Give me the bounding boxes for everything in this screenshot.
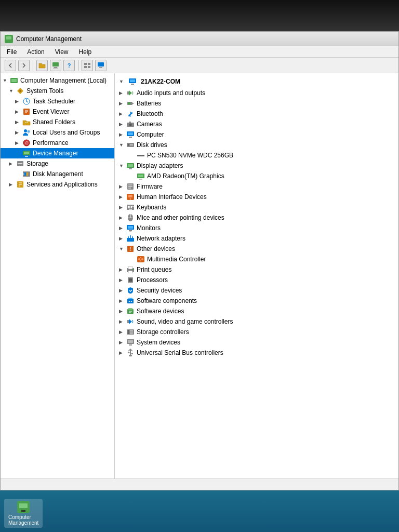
svg-rect-99: [128, 298, 132, 299]
device-item-software-components[interactable]: ▶Software components: [115, 296, 398, 306]
tree-task-scheduler[interactable]: ▶ Task Scheduler: [1, 96, 114, 107]
taskbar-icon: [17, 501, 30, 513]
svg-rect-74: [129, 231, 131, 232]
taskbar-computer-management[interactable]: ComputerManagement: [4, 499, 43, 528]
toolbar-separator-2: [78, 60, 78, 71]
device-item-storage-controllers[interactable]: ▶Storage controllers: [115, 327, 398, 337]
tree-device-manager[interactable]: Device Manager: [1, 148, 114, 158]
menu-view[interactable]: View: [53, 48, 71, 56]
device-item-hid[interactable]: ▶Human Interface Devices: [115, 192, 398, 202]
svg-text:∅: ∅: [25, 141, 29, 145]
device-item-batteries[interactable]: ▶Batteries: [115, 98, 398, 109]
view-button[interactable]: [82, 60, 93, 71]
device-item-cameras[interactable]: ▶Cameras: [115, 119, 398, 129]
audio-expand-icon: ▶: [119, 90, 126, 96]
device-item-processors[interactable]: ▶Processors: [115, 275, 398, 285]
device-item-other-devices[interactable]: ▼!Other devices: [115, 244, 398, 254]
device-item-firmware[interactable]: ▶Firmware: [115, 181, 398, 192]
tree-root[interactable]: ▼ Computer Management (Local): [1, 75, 114, 86]
tree-shared-folders[interactable]: ▶ Shared Folders: [1, 117, 114, 127]
device-item-amd-radeon[interactable]: AMD Radeon(TM) Graphics: [115, 171, 398, 181]
tree-local-users[interactable]: ▶ Local Users and Groups: [1, 127, 114, 138]
device-item-security-devices[interactable]: ▶Security devices: [115, 285, 398, 296]
svg-rect-35: [131, 84, 134, 85]
menu-action[interactable]: Action: [25, 48, 46, 56]
computer-name: 21AK22-COM: [141, 78, 180, 85]
computer-expand-icon: ▶: [119, 132, 126, 137]
computer-header: ▼ 21AK22-COM: [115, 75, 398, 88]
tree-disk-management[interactable]: Disk Management: [1, 169, 114, 179]
monitor-button[interactable]: [95, 60, 107, 71]
tree-performance[interactable]: ▶ ∅ Performance: [1, 138, 114, 148]
svg-rect-72: [128, 226, 133, 229]
forward-button[interactable]: [18, 60, 30, 71]
services-expand: ▶: [9, 182, 16, 187]
svg-rect-68: [129, 209, 132, 210]
app-icon: [5, 35, 13, 43]
svg-point-83: [141, 258, 143, 260]
device-list: ▶Audio inputs and outputs▶Batteries▶Blue…: [115, 88, 398, 358]
tree-services[interactable]: ▶ Services and Applications: [1, 179, 114, 190]
device-item-print-queues[interactable]: ▶Print queues: [115, 264, 398, 275]
performance-icon: ∅: [22, 139, 31, 147]
window-title: Computer Management: [16, 35, 82, 43]
svg-rect-45: [129, 137, 132, 138]
help-button[interactable]: ?: [63, 60, 75, 71]
tree-event-viewer[interactable]: ▶ Event Viewer: [1, 107, 114, 117]
root-label: Computer Management (Local): [20, 77, 107, 84]
device-item-display-adapters[interactable]: ▼Display adapters: [115, 161, 398, 171]
device-item-disk-drives[interactable]: ▼Disk drives: [115, 140, 398, 150]
title-bar: Computer Management: [1, 32, 398, 46]
taskbar: ComputerManagement: [0, 490, 399, 532]
software-components-label: Software components: [137, 297, 197, 304]
menu-file[interactable]: File: [5, 48, 19, 56]
disk-drives-label: Disk drives: [137, 141, 167, 149]
svg-rect-101: [128, 308, 132, 310]
system-tools-label: System Tools: [26, 87, 63, 95]
other-devices-expand-icon: ▼: [119, 246, 126, 251]
left-panel: ▼ Computer Management (Local) ▼ System T…: [1, 73, 115, 478]
toolbar: ?: [1, 58, 398, 73]
svg-rect-48: [130, 144, 133, 145]
event-viewer-expand: ▶: [15, 109, 22, 114]
svg-rect-2: [7, 41, 10, 42]
performance-label: Performance: [33, 139, 69, 147]
device-item-usb-controllers[interactable]: ▶Universal Serial Bus controllers: [115, 348, 398, 358]
device-item-bluetooth[interactable]: ▶Bluetooth: [115, 109, 398, 119]
back-button[interactable]: [5, 60, 16, 71]
network-adapters-expand-icon: ▶: [119, 236, 126, 241]
svg-rect-84: [140, 257, 141, 258]
monitors-label: Monitors: [137, 224, 161, 232]
software-devices-icon: [126, 307, 135, 315]
device-item-software-devices[interactable]: ▶Software devices: [115, 306, 398, 316]
svg-point-31: [23, 174, 24, 175]
svg-point-18: [24, 129, 27, 132]
tree-storage[interactable]: ▶ Storage: [1, 158, 114, 169]
svg-rect-1: [6, 36, 11, 39]
storage-label: Storage: [26, 160, 48, 167]
svg-point-82: [138, 258, 140, 260]
monitors-expand-icon: ▶: [119, 225, 126, 231]
device-item-pc-sn530[interactable]: PC SN530 NVMe WDC 256GB: [115, 150, 398, 161]
device-item-computer[interactable]: ▶Computer: [115, 129, 398, 140]
device-item-keyboards[interactable]: ▶Keyboards: [115, 202, 398, 212]
disk-management-icon: [22, 170, 31, 178]
svg-rect-61: [128, 206, 129, 207]
svg-rect-10: [98, 62, 104, 66]
tree-system-tools[interactable]: ▼ System Tools: [1, 86, 114, 96]
device-item-mice[interactable]: ▶Mice and other pointing devices: [115, 212, 398, 223]
svg-rect-23: [24, 152, 29, 154]
device-item-system-devices[interactable]: ▶System devices: [115, 337, 398, 348]
computer-button[interactable]: [50, 60, 61, 71]
svg-rect-88: [128, 271, 132, 273]
device-item-multimedia-controller[interactable]: Multimedia Controller: [115, 254, 398, 264]
main-content: ▼ Computer Management (Local) ▼ System T…: [1, 73, 398, 478]
computer-expand-icon: ▼: [119, 79, 126, 84]
folder-button[interactable]: [36, 60, 48, 71]
device-item-audio[interactable]: ▶Audio inputs and outputs: [115, 88, 398, 98]
device-item-sound-video[interactable]: ▶Sound, video and game controllers: [115, 316, 398, 327]
device-item-monitors[interactable]: ▶Monitors: [115, 223, 398, 233]
menu-help[interactable]: Help: [77, 48, 94, 56]
device-item-network-adapters[interactable]: ▶Network adapters: [115, 233, 398, 244]
svg-rect-67: [131, 207, 132, 208]
